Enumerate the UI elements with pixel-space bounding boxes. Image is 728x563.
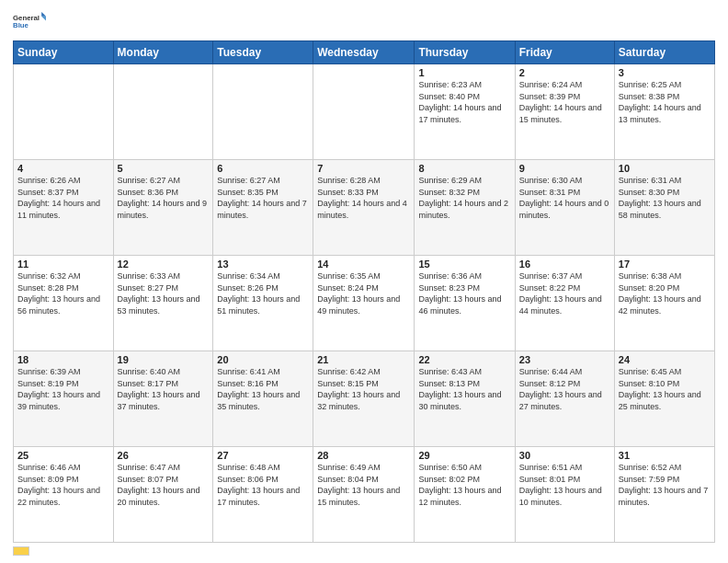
calendar-cell: 23Sunrise: 6:44 AM Sunset: 8:12 PM Dayli… <box>515 351 614 447</box>
day-info: Sunrise: 6:27 AM Sunset: 8:36 PM Dayligh… <box>118 175 210 221</box>
calendar-table: SundayMondayTuesdayWednesdayThursdayFrid… <box>13 40 715 543</box>
calendar-cell: 12Sunrise: 6:33 AM Sunset: 8:27 PM Dayli… <box>113 256 213 351</box>
calendar-cell: 18Sunrise: 6:39 AM Sunset: 8:19 PM Dayli… <box>14 351 114 447</box>
calendar-header-cell: Sunday <box>14 41 114 64</box>
day-info: Sunrise: 6:24 AM Sunset: 8:39 PM Dayligh… <box>519 79 610 125</box>
calendar-week-row: 11Sunrise: 6:32 AM Sunset: 8:28 PM Dayli… <box>14 256 715 351</box>
day-info: Sunrise: 6:52 AM Sunset: 7:59 PM Dayligh… <box>619 462 711 508</box>
day-number: 26 <box>118 450 210 461</box>
day-info: Sunrise: 6:23 AM Sunset: 8:40 PM Dayligh… <box>418 79 510 125</box>
calendar-header-cell: Tuesday <box>213 41 313 64</box>
calendar-header-cell: Monday <box>113 41 213 64</box>
day-number: 11 <box>17 259 109 270</box>
day-info: Sunrise: 6:31 AM Sunset: 8:30 PM Dayligh… <box>619 175 711 221</box>
calendar-cell: 20Sunrise: 6:41 AM Sunset: 8:16 PM Dayli… <box>213 351 313 447</box>
calendar-cell <box>14 64 114 160</box>
calendar-cell: 15Sunrise: 6:36 AM Sunset: 8:23 PM Dayli… <box>415 256 515 351</box>
page: General Blue SundayMondayTuesdayWednesda… <box>0 0 728 563</box>
calendar-cell: 13Sunrise: 6:34 AM Sunset: 8:26 PM Dayli… <box>213 256 313 351</box>
day-number: 10 <box>619 163 711 174</box>
calendar-cell: 29Sunrise: 6:50 AM Sunset: 8:02 PM Dayli… <box>415 447 515 543</box>
day-number: 16 <box>519 259 610 270</box>
calendar-cell: 2Sunrise: 6:24 AM Sunset: 8:39 PM Daylig… <box>515 64 614 160</box>
calendar-cell: 7Sunrise: 6:28 AM Sunset: 8:33 PM Daylig… <box>313 160 415 256</box>
day-info: Sunrise: 6:46 AM Sunset: 8:09 PM Dayligh… <box>17 462 109 508</box>
calendar-week-row: 18Sunrise: 6:39 AM Sunset: 8:19 PM Dayli… <box>14 351 715 447</box>
day-number: 29 <box>418 450 510 461</box>
calendar-cell <box>213 64 313 160</box>
day-info: Sunrise: 6:45 AM Sunset: 8:10 PM Dayligh… <box>619 366 711 412</box>
day-number: 7 <box>317 163 410 174</box>
day-number: 18 <box>17 354 109 365</box>
calendar-cell <box>313 64 415 160</box>
day-info: Sunrise: 6:49 AM Sunset: 8:04 PM Dayligh… <box>317 462 410 508</box>
calendar-cell: 28Sunrise: 6:49 AM Sunset: 8:04 PM Dayli… <box>313 447 415 543</box>
day-info: Sunrise: 6:40 AM Sunset: 8:17 PM Dayligh… <box>118 366 210 412</box>
day-info: Sunrise: 6:38 AM Sunset: 8:20 PM Dayligh… <box>619 270 711 316</box>
header: General Blue <box>13 9 715 37</box>
calendar-cell: 16Sunrise: 6:37 AM Sunset: 8:22 PM Dayli… <box>515 256 614 351</box>
calendar-cell: 8Sunrise: 6:29 AM Sunset: 8:32 PM Daylig… <box>415 160 515 256</box>
day-info: Sunrise: 6:44 AM Sunset: 8:12 PM Dayligh… <box>519 366 610 412</box>
calendar-header-cell: Friday <box>515 41 614 64</box>
calendar-cell: 19Sunrise: 6:40 AM Sunset: 8:17 PM Dayli… <box>113 351 213 447</box>
svg-text:Blue: Blue <box>13 21 29 29</box>
calendar-cell: 31Sunrise: 6:52 AM Sunset: 7:59 PM Dayli… <box>614 447 714 543</box>
logo-svg: General Blue <box>13 9 46 37</box>
calendar-cell: 26Sunrise: 6:47 AM Sunset: 8:07 PM Dayli… <box>113 447 213 543</box>
day-number: 12 <box>118 259 210 270</box>
day-info: Sunrise: 6:36 AM Sunset: 8:23 PM Dayligh… <box>418 270 510 316</box>
calendar-cell: 30Sunrise: 6:51 AM Sunset: 8:01 PM Dayli… <box>515 447 614 543</box>
day-number: 9 <box>519 163 610 174</box>
calendar-cell: 11Sunrise: 6:32 AM Sunset: 8:28 PM Dayli… <box>14 256 114 351</box>
day-number: 28 <box>317 450 410 461</box>
calendar-header-cell: Saturday <box>614 41 714 64</box>
calendar-week-row: 1Sunrise: 6:23 AM Sunset: 8:40 PM Daylig… <box>14 64 715 160</box>
day-number: 23 <box>519 354 610 365</box>
calendar-cell: 9Sunrise: 6:30 AM Sunset: 8:31 PM Daylig… <box>515 160 614 256</box>
day-info: Sunrise: 6:28 AM Sunset: 8:33 PM Dayligh… <box>317 175 410 221</box>
svg-marker-2 <box>41 12 46 17</box>
day-number: 1 <box>418 67 510 78</box>
day-number: 8 <box>418 163 510 174</box>
calendar-header-cell: Thursday <box>415 41 515 64</box>
day-number: 31 <box>619 450 711 461</box>
day-number: 2 <box>519 67 610 78</box>
day-info: Sunrise: 6:30 AM Sunset: 8:31 PM Dayligh… <box>519 175 610 221</box>
day-number: 21 <box>317 354 410 365</box>
svg-text:General: General <box>13 14 40 22</box>
day-info: Sunrise: 6:48 AM Sunset: 8:06 PM Dayligh… <box>217 462 309 508</box>
calendar-cell: 5Sunrise: 6:27 AM Sunset: 8:36 PM Daylig… <box>113 160 213 256</box>
calendar-cell: 17Sunrise: 6:38 AM Sunset: 8:20 PM Dayli… <box>614 256 714 351</box>
day-info: Sunrise: 6:37 AM Sunset: 8:22 PM Dayligh… <box>519 270 610 316</box>
calendar-header-row: SundayMondayTuesdayWednesdayThursdayFrid… <box>14 41 715 64</box>
day-info: Sunrise: 6:42 AM Sunset: 8:15 PM Dayligh… <box>317 366 410 412</box>
day-info: Sunrise: 6:33 AM Sunset: 8:27 PM Dayligh… <box>118 270 210 316</box>
day-number: 4 <box>17 163 109 174</box>
day-number: 13 <box>217 259 309 270</box>
calendar-cell: 27Sunrise: 6:48 AM Sunset: 8:06 PM Dayli… <box>213 447 313 543</box>
day-number: 5 <box>118 163 210 174</box>
day-number: 15 <box>418 259 510 270</box>
calendar-week-row: 25Sunrise: 6:46 AM Sunset: 8:09 PM Dayli… <box>14 447 715 543</box>
day-info: Sunrise: 6:29 AM Sunset: 8:32 PM Dayligh… <box>418 175 510 221</box>
svg-marker-3 <box>41 17 46 21</box>
day-info: Sunrise: 6:41 AM Sunset: 8:16 PM Dayligh… <box>217 366 309 412</box>
day-number: 30 <box>519 450 610 461</box>
day-number: 14 <box>317 259 410 270</box>
day-info: Sunrise: 6:34 AM Sunset: 8:26 PM Dayligh… <box>217 270 309 316</box>
day-info: Sunrise: 6:43 AM Sunset: 8:13 PM Dayligh… <box>418 366 510 412</box>
calendar-cell: 25Sunrise: 6:46 AM Sunset: 8:09 PM Dayli… <box>14 447 114 543</box>
day-number: 6 <box>217 163 309 174</box>
day-info: Sunrise: 6:47 AM Sunset: 8:07 PM Dayligh… <box>118 462 210 508</box>
calendar-cell: 1Sunrise: 6:23 AM Sunset: 8:40 PM Daylig… <box>415 64 515 160</box>
day-number: 3 <box>619 67 711 78</box>
calendar-cell: 10Sunrise: 6:31 AM Sunset: 8:30 PM Dayli… <box>614 160 714 256</box>
calendar-cell: 6Sunrise: 6:27 AM Sunset: 8:35 PM Daylig… <box>213 160 313 256</box>
legend-bar-icon <box>13 546 29 556</box>
calendar-cell: 14Sunrise: 6:35 AM Sunset: 8:24 PM Dayli… <box>313 256 415 351</box>
day-info: Sunrise: 6:26 AM Sunset: 8:37 PM Dayligh… <box>17 175 109 221</box>
day-info: Sunrise: 6:51 AM Sunset: 8:01 PM Dayligh… <box>519 462 610 508</box>
day-info: Sunrise: 6:39 AM Sunset: 8:19 PM Dayligh… <box>17 366 109 412</box>
day-info: Sunrise: 6:32 AM Sunset: 8:28 PM Dayligh… <box>17 270 109 316</box>
